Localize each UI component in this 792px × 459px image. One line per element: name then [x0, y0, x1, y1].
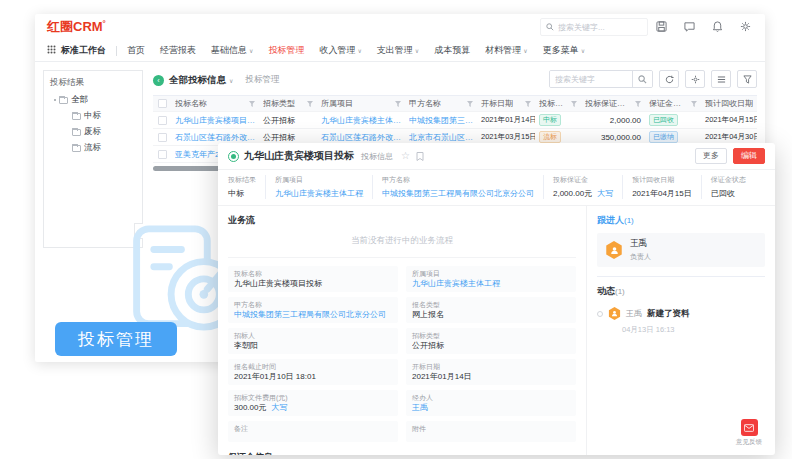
bookmark-icon[interactable] — [416, 152, 424, 161]
modal-header: 九华山庄贵宾楼项目投标 投标信息 ☆ 更多 编辑 — [218, 143, 775, 170]
star-icon[interactable]: ☆ — [401, 151, 410, 161]
refresh-button[interactable] — [659, 70, 679, 88]
folder-icon — [72, 145, 81, 152]
project-link[interactable]: 石景山区莲石路外改造工程 — [321, 132, 401, 143]
feedback-widget[interactable]: 意见反馈 — [736, 419, 762, 447]
global-search[interactable] — [540, 18, 648, 36]
nav-item-bidding[interactable]: 投标管理 — [268, 44, 304, 57]
folder-icon — [59, 97, 68, 104]
cell-text: 350,000.00 — [585, 133, 641, 142]
field-project: 所属项目 九华山庄贵宾楼主体工程 — [406, 266, 576, 292]
handler-link[interactable]: 王禹 — [412, 402, 570, 413]
settings-button[interactable] — [685, 70, 705, 88]
topbar-icons — [655, 20, 751, 32]
sidebar-title: 投标结果 — [50, 77, 136, 89]
edit-button[interactable]: 编辑 — [733, 148, 765, 164]
party-link[interactable]: 中城投集团第三工程局有限公司北京分公司 — [382, 188, 534, 199]
back-circle-icon[interactable]: ‹ — [153, 75, 164, 86]
search-icon[interactable] — [632, 71, 652, 87]
message-icon[interactable] — [683, 20, 695, 32]
filter-icon[interactable] — [525, 101, 531, 107]
row-checkbox[interactable] — [158, 133, 167, 142]
uppercase-link[interactable]: 大写 — [597, 189, 613, 198]
apps-grid-icon[interactable] — [47, 45, 56, 56]
filter-icon[interactable] — [467, 101, 473, 107]
nav-item-expense[interactable]: 支出管理∨ — [377, 44, 419, 57]
field-value: 已回收 — [711, 188, 746, 199]
breadcrumb: 投标管理 — [245, 74, 279, 86]
nav-label: 基础信息 — [211, 45, 247, 55]
select-all-checkbox[interactable] — [158, 99, 167, 108]
bullet-icon — [54, 99, 56, 101]
columns-button[interactable] — [711, 70, 731, 88]
tree-node-aborted[interactable]: 流标 — [72, 142, 136, 154]
filter-icon[interactable] — [571, 101, 577, 107]
tree-node-all[interactable]: 全部 — [54, 94, 136, 106]
table-row[interactable]: 九华山庄贵宾楼项目投标 公开招标 九华山庄贵宾楼主体工程 中城投集团第三工程局有… — [153, 112, 757, 129]
list-toolbar: ‹ 全部投标信息 ∨ 投标管理 — [153, 69, 757, 91]
field-value: 中标 — [228, 188, 256, 199]
follower-card[interactable]: 王禹 负责人 — [597, 233, 765, 267]
avatar — [608, 307, 621, 320]
nav-item-materials[interactable]: 材料管理∨ — [485, 44, 527, 57]
col-header: 保证金状态 — [649, 98, 688, 109]
nav-item-home[interactable]: 首页 — [127, 44, 145, 57]
feedback-label: 意见反馈 — [736, 438, 762, 447]
party-link[interactable]: 北京市石景山区住房和城... — [409, 132, 473, 143]
activity-panel: 跟进人(1) 王禹 负责人 动态(1) 王禹 新建了资料 04月13日 16 — [587, 206, 775, 455]
save-icon[interactable] — [655, 20, 667, 32]
nav-item-more-menu[interactable]: 更多菜单∨ — [543, 44, 585, 57]
filter-button[interactable] — [737, 70, 757, 88]
tree-node-invalid[interactable]: 废标 — [72, 126, 136, 138]
list-controls — [549, 70, 757, 88]
field-label: 投标名称 — [234, 269, 392, 278]
list-search[interactable] — [549, 70, 653, 88]
list-search-input[interactable] — [550, 71, 632, 87]
main-nav: 标准工作台 首页 经营报表 基础信息∨ 投标管理 收入管理∨ 支出管理∨ 成本预… — [35, 40, 765, 62]
project-link[interactable]: 九华山庄贵宾楼主体工程 — [412, 278, 570, 289]
nav-item-reports[interactable]: 经营报表 — [160, 44, 196, 57]
filter-icon[interactable] — [307, 101, 313, 107]
bid-name-link[interactable]: 九华山庄贵宾楼项目投标 — [175, 115, 255, 126]
bid-name-link[interactable]: 石景山区莲石路外改造工程 — [175, 132, 255, 143]
field-value: 李朝阳 — [234, 340, 392, 351]
chevron-down-icon: ∨ — [357, 48, 361, 54]
horizontal-scrollbar[interactable] — [153, 166, 221, 171]
col-header: 投标名称 — [175, 98, 207, 109]
activity-label: 动态 — [597, 286, 615, 296]
nav-item-basic-info[interactable]: 基础信息∨ — [211, 44, 253, 57]
nav-item-cost-budget[interactable]: 成本预算 — [434, 44, 470, 57]
filter-icon[interactable] — [691, 101, 697, 107]
field-label: 甲方名称 — [382, 175, 534, 185]
field-value: 公开招标 — [412, 340, 570, 351]
cell-text: 2,000.00 — [585, 116, 641, 125]
field-label: 开标日期 — [412, 362, 570, 371]
cell-text: 2021年01月14日 — [481, 115, 535, 125]
business-flow-section: 业务流 当前没有进行中的业务流程 — [228, 214, 576, 258]
party-link[interactable]: 中城投集团第三工程局有... — [409, 115, 473, 126]
global-search-input[interactable] — [558, 23, 638, 32]
project-link[interactable]: 九华山庄贵宾楼主体工程 — [275, 188, 363, 199]
field-remark: 备注 — [228, 421, 398, 442]
filter-icon[interactable] — [635, 101, 641, 107]
page: 红圈CRM° 标准工作台 首页 经营报表 基础信息∨ 投标管理 收入管理∨ 支出… — [0, 0, 792, 459]
detail-panel: 业务流 当前没有进行中的业务流程 投标名称 九华山庄贵宾楼项目投标 所属项目 九… — [218, 206, 587, 455]
project-link[interactable]: 九华山庄贵宾楼主体工程 — [321, 115, 401, 126]
workbench-label[interactable]: 标准工作台 — [61, 44, 106, 57]
field-label: 预计回收日期 — [632, 175, 692, 185]
nav-label: 收入管理 — [319, 45, 355, 55]
party-link[interactable]: 中城投集团第三工程局有限公司北京分公司 — [234, 309, 392, 320]
filter-icon[interactable] — [395, 101, 401, 107]
search-icon — [546, 23, 554, 31]
tree-node-won[interactable]: 中标 — [72, 110, 136, 122]
more-button[interactable]: 更多 — [695, 148, 727, 164]
bell-icon[interactable] — [711, 20, 723, 32]
uppercase-link[interactable]: 大写 — [271, 403, 287, 412]
row-checkbox[interactable] — [158, 150, 167, 159]
row-checkbox[interactable] — [158, 116, 167, 125]
view-selector[interactable]: 全部投标信息 — [169, 74, 226, 87]
filter-icon[interactable] — [249, 101, 255, 107]
modal-subtitle: 投标信息 — [361, 151, 393, 162]
gear-icon[interactable] — [739, 20, 751, 32]
nav-item-income[interactable]: 收入管理∨ — [319, 44, 361, 57]
